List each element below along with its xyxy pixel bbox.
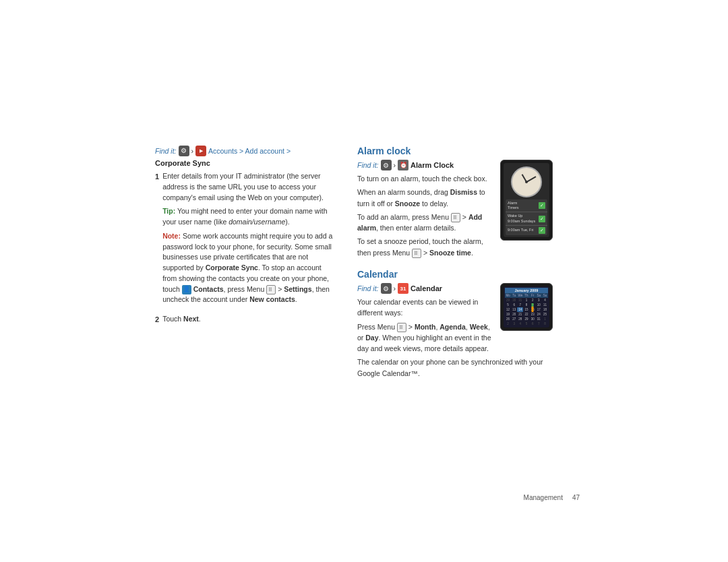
- alarm-item-1-time: Alarm: [508, 201, 519, 206]
- alarm-check-3: [539, 227, 545, 234]
- cal-day-11: 11: [542, 303, 548, 307]
- alarm-find-it-text: Alarm Clock: [411, 161, 454, 169]
- cal-day-25: 25: [542, 312, 548, 317]
- cal-wd-thu: Th: [523, 293, 529, 298]
- cal-day-4: 4: [542, 298, 548, 303]
- cal-wd-sat: Sa: [536, 293, 542, 298]
- step-2: 2 Touch Next.: [155, 314, 337, 325]
- cal-day-30a: 30: [511, 298, 517, 303]
- cal-wd-fri: Fr: [530, 293, 536, 298]
- alarm-clock-screen: Alarm Timers Wake Up 9:00am Sundays: [504, 163, 549, 237]
- calendar-find-it-text: Calendar: [411, 284, 442, 292]
- alarm-clock-section: Alarm clock: [357, 146, 553, 258]
- page: Find it: › Accounts > Add account > Corp…: [0, 0, 728, 562]
- alarm-find-it-label: Find it:: [357, 161, 379, 169]
- alarm-item-1-text: Alarm Timers: [508, 201, 519, 210]
- cal-day-5b: 5: [523, 321, 529, 326]
- alarm-arrow: ›: [394, 161, 396, 169]
- page-number: 47: [572, 494, 580, 501]
- cal-wd-mon: Mo: [505, 293, 511, 298]
- step-2-text: Touch Next.: [162, 314, 201, 325]
- cal-day-23: 23: [530, 312, 536, 317]
- note-label: Note:: [162, 232, 181, 240]
- cal-day-2: 2: [530, 298, 536, 303]
- clock-face: [511, 166, 542, 197]
- alarm-clock-heading: Alarm clock: [357, 146, 553, 156]
- step-2-num: 2: [155, 314, 159, 325]
- step-1: 1 Enter details from your IT administrat…: [155, 171, 337, 309]
- alarm-icon: [398, 160, 408, 170]
- cal-day-17: 17: [536, 307, 542, 312]
- cal-day-14: 14: [517, 307, 523, 312]
- calendar-heading: Calendar: [357, 269, 553, 280]
- cal-day-6b: 6: [530, 321, 536, 326]
- cal-day-5: 5: [505, 303, 511, 307]
- note-text: Some work accounts might require you to …: [162, 232, 332, 293]
- cal-day-28: 28: [517, 317, 523, 321]
- cal-wd-tue: Tu: [511, 293, 517, 298]
- menu-icon-2: [451, 213, 460, 222]
- step-1-text: Enter details from your IT administrator…: [162, 172, 324, 201]
- calendar-screen: January 2009 Mo Tu We Th Fr Sa Su: [504, 286, 549, 327]
- cal-day-1: 1: [523, 298, 529, 303]
- alarm-item-2-sub: 9:00am Sundays: [508, 219, 535, 224]
- content-area: Find it: › Accounts > Add account > Corp…: [155, 146, 573, 389]
- cal-day-27: 27: [511, 317, 517, 321]
- cal-day-22: 22: [523, 312, 529, 317]
- alarm-check-1: [539, 202, 545, 209]
- cal-day-4b: 4: [517, 321, 523, 326]
- contacts-icon: [182, 285, 191, 294]
- settings-icon: [179, 146, 189, 156]
- cal-day-18: 18: [542, 307, 548, 312]
- page-number-area: Management 47: [524, 494, 580, 501]
- steps-list: 1 Enter details from your IT administrat…: [155, 171, 337, 325]
- alarm-check-2: [539, 216, 545, 222]
- cal-day-10: 10: [536, 303, 542, 307]
- cal-day-19: 19: [505, 312, 511, 317]
- cal-day-3b: 3: [511, 321, 517, 326]
- cal-para3: The calendar on your phone can be synchr…: [357, 356, 553, 379]
- find-it-label: Find it:: [155, 146, 177, 156]
- alarm-item-3: 9:00am Tue, Fri: [506, 226, 547, 235]
- corporate-sync-title: Corporate Sync: [155, 159, 337, 167]
- cal-day-8: 8: [523, 303, 529, 307]
- cal-day-7: 7: [517, 303, 523, 307]
- cal-weekdays: Mo Tu We Th Fr Sa Su: [505, 293, 548, 298]
- step-1-num: 1: [155, 171, 159, 309]
- calendar-icon: [398, 283, 408, 294]
- clock-center: [525, 181, 528, 183]
- cal-day-1b: 1: [542, 317, 548, 321]
- alarm-settings-icon: [381, 160, 392, 170]
- alarm-find-it-line: Find it: › Alarm Clock: [357, 160, 495, 170]
- note-block: Note: Some work accounts might require y…: [162, 231, 337, 305]
- cal-day-26: 26: [505, 317, 511, 321]
- alarm-item-2: Wake Up 9:00am Sundays: [506, 212, 547, 225]
- cal-day-3: 3: [536, 298, 542, 303]
- cal-day-29b: 29: [523, 317, 529, 321]
- right-column: Alarm clock: [357, 146, 553, 389]
- cal-day-24: 24: [536, 312, 542, 317]
- cal-day-21: 21: [517, 312, 523, 317]
- menu-icon-4: [397, 323, 406, 332]
- step-1-content: Enter details from your IT administrator…: [162, 171, 337, 309]
- alarm-clock-phone-mockup: Alarm Timers Wake Up 9:00am Sundays: [500, 160, 553, 241]
- menu-icon-3: [412, 249, 421, 258]
- cal-day-29a: 29: [505, 298, 511, 303]
- tip-label: Tip:: [162, 207, 175, 215]
- alarm-item-2-time: Wake Up: [508, 214, 535, 218]
- arrow-1: ›: [191, 146, 194, 156]
- cal-wd-sun: Su: [542, 293, 548, 298]
- tip-text: You might need to enter your domain name…: [162, 207, 327, 226]
- alarm-item-1-sub: Timers: [508, 206, 519, 210]
- alarm-item-3-time: 9:00am Tue, Fri: [508, 228, 534, 232]
- cal-day-6: 6: [511, 303, 517, 307]
- cal-day-8b: 8: [542, 321, 548, 326]
- page-category: Management: [524, 494, 563, 501]
- cal-settings-icon: [381, 283, 392, 294]
- cal-wd-wed: We: [517, 293, 523, 298]
- note-text-2: Contacts, press Menu: [193, 285, 267, 293]
- cal-day-13: 13: [511, 307, 517, 312]
- cal-day-7b: 7: [536, 321, 542, 326]
- calendar-phone-mockup: January 2009 Mo Tu We Th Fr Sa Su: [500, 283, 553, 331]
- tip-block: Tip: You might need to enter your domain…: [162, 206, 337, 228]
